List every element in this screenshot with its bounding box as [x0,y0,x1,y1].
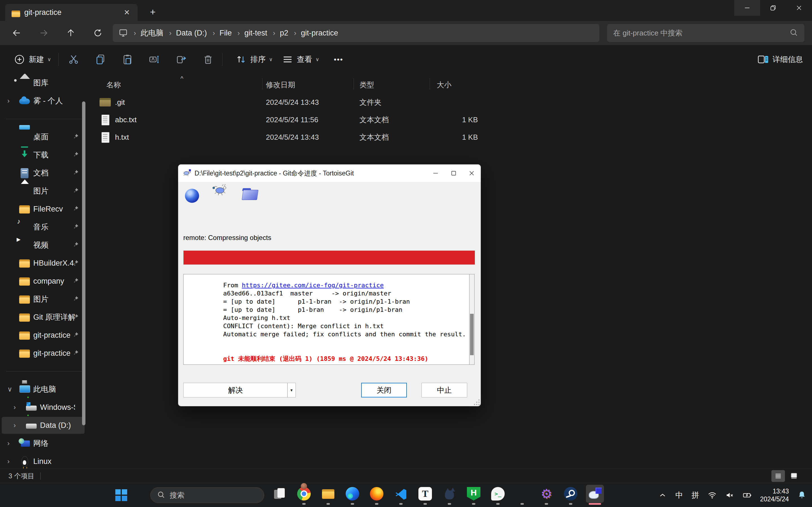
sidebar-item[interactable] [0,110,87,128]
copy-button[interactable] [91,51,110,68]
rename-button[interactable] [144,51,164,68]
resolve-button[interactable]: 解决 ▼ [183,383,296,397]
log-scrollbar-thumb[interactable] [470,314,474,355]
file-name[interactable]: .git [115,98,125,107]
sidebar-item[interactable]: company [0,272,87,290]
dialog-maximize-button[interactable] [445,165,463,182]
tree-chevron-icon[interactable]: ∨ [7,385,12,393]
large-icons-view-toggle[interactable] [787,470,801,482]
breadcrumb-item[interactable]: › 此电脑 [129,28,163,38]
column-header[interactable]: 类型 [359,80,374,90]
tree-chevron-icon[interactable]: › [7,457,10,465]
clock[interactable]: 13:43 2024/5/24 [760,487,789,503]
share-button[interactable] [171,51,191,68]
sidebar-item[interactable]: › 雾 - 个人 [0,92,87,110]
git-output-log[interactable]: From https://gitee.com/ice-fog/git-pract… [183,274,474,365]
sidebar-item[interactable]: Git 原理详解 [0,308,87,326]
sidebar-scrollbar[interactable] [82,101,86,425]
minimize-button[interactable] [734,0,760,16]
file-row[interactable]: .git 2024/5/24 13:43 文件夹 [87,94,809,111]
delete-button[interactable] [198,51,218,68]
start-button[interactable] [114,488,129,503]
sidebar-item[interactable]: 图库 [0,74,87,92]
close-dialog-button[interactable]: 关闭 [361,383,407,397]
typora-icon[interactable] [416,485,434,503]
sidebar-item[interactable]: HBuilderX.4. [0,254,87,272]
pinyin-indicator[interactable]: 拼 [692,490,699,500]
sidebar-item[interactable]: › Linux [0,452,87,469]
ime-indicator[interactable]: 中 [675,490,683,500]
breadcrumb-label[interactable]: git-practice [301,29,338,38]
cut-button[interactable] [64,51,84,68]
new-tab-button[interactable]: + [147,6,159,18]
up-button[interactable] [63,25,79,41]
breadcrumb-item[interactable]: › git-test [233,29,267,38]
wifi-icon[interactable] [708,491,717,500]
task-view-icon[interactable] [271,485,289,503]
paste-button[interactable] [117,51,137,68]
file-name[interactable]: h.txt [115,133,129,142]
view-button[interactable]: 查看 ∨ [278,51,323,68]
details-pane-button[interactable]: 详细信息 [753,51,807,68]
tab-close-icon[interactable]: ✕ [121,7,133,18]
back-button[interactable] [8,25,25,41]
breadcrumb-item[interactable]: › git-practice [289,29,338,38]
settings-tool-icon[interactable] [538,485,555,503]
dialog-close-button[interactable] [463,165,481,182]
sidebar-item[interactable]: 图片 [0,182,87,200]
sidebar-item[interactable]: FileRecv [0,200,87,218]
sidebar-item[interactable]: 文档 [0,164,87,182]
tree-chevron-icon[interactable]: › [13,421,16,429]
restore-button[interactable] [760,0,786,16]
file-explorer-icon[interactable] [319,485,337,503]
taskbar-search-box[interactable]: 搜索 [150,487,264,503]
dialog-minimize-button[interactable] [426,165,445,182]
volume-muted-icon[interactable] [725,491,734,500]
refresh-button[interactable] [90,25,106,41]
resolve-dropdown-arrow-icon[interactable]: ▼ [287,383,296,397]
tree-chevron-icon[interactable]: › [13,403,16,411]
chrome-icon[interactable] [295,485,313,503]
tree-chevron-icon[interactable]: › [7,97,10,105]
sidebar-item[interactable]: 视频 [0,236,87,254]
details-view-toggle[interactable] [771,470,785,482]
vscode-icon[interactable] [392,485,410,503]
search-icon[interactable] [789,28,798,38]
sidebar-item[interactable]: 下载 [0,146,87,164]
breadcrumb-item[interactable]: › p2 [268,29,289,38]
sidebar-item[interactable]: 图片 [0,290,87,308]
background-app-icon[interactable] [513,485,531,503]
file-row[interactable]: abc.txt 2024/5/24 11:56 文本文档 1 KB [87,111,809,128]
hidden-icons-chevron[interactable] [658,491,667,500]
new-button[interactable]: 新建 ∨ [10,51,55,68]
sidebar-item[interactable] [0,362,87,380]
more-options-button[interactable]: ••• [330,51,347,68]
address-bar[interactable]: › 此电脑 › Data (D:) › File › git-test › p2 [113,24,599,42]
github-desktop-icon[interactable] [441,485,458,503]
column-header[interactable]: 名称 [106,80,121,90]
breadcrumb-item[interactable]: › Data (D:) [165,29,207,38]
sidebar-item[interactable]: 桌面 [0,128,87,146]
sidebar-item[interactable]: › Data (D:) [0,416,87,434]
dev-terminal-icon[interactable] [489,485,507,503]
close-button[interactable] [786,0,812,16]
tortoisegit-icon[interactable] [586,485,604,503]
tab-git-practice[interactable]: git-practice ✕ [5,4,138,21]
breadcrumb-label[interactable]: Data (D:) [176,29,207,38]
battery-charging-icon[interactable] [743,491,752,500]
column-separator[interactable] [354,78,354,90]
file-name[interactable]: abc.txt [115,115,137,124]
search-box[interactable]: 在 git-practice 中搜索 [607,24,804,42]
breadcrumb-label[interactable]: File [220,29,232,38]
sidebar-item[interactable]: 音乐 [0,218,87,236]
tree-chevron-icon[interactable]: › [7,439,10,447]
breadcrumb-label[interactable]: 此电脑 [141,28,163,38]
breadcrumb-item[interactable]: › File [208,29,232,38]
notification-bell-icon[interactable] [797,491,806,500]
edge-icon[interactable] [343,485,361,503]
breadcrumb-label[interactable]: p2 [280,29,288,38]
column-header[interactable]: 大小 [437,80,451,90]
breadcrumb-label[interactable]: git-test [245,29,267,38]
steam-icon[interactable] [562,485,580,503]
log-link[interactable]: https://gitee.com/ice-fog/git-practice [242,282,384,289]
